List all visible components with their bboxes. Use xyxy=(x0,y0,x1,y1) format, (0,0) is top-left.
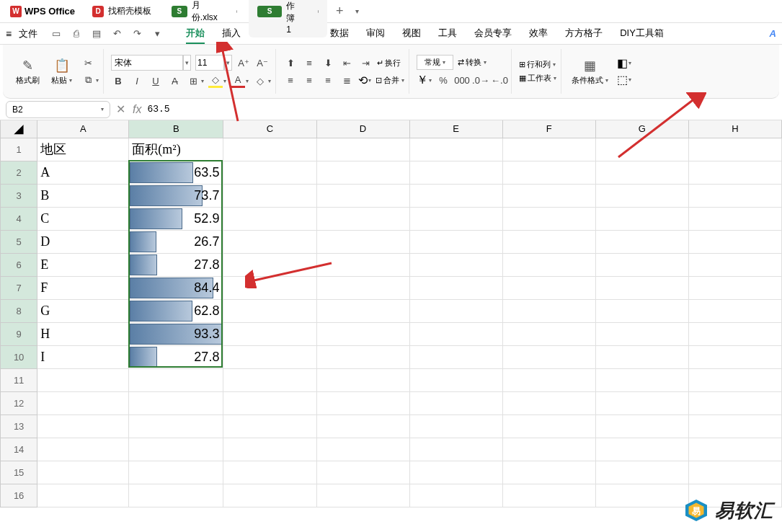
cell[interactable] xyxy=(316,161,409,184)
clear-format-button[interactable]: ◇▾ xyxy=(253,74,271,88)
cell[interactable] xyxy=(316,138,409,161)
cell-B2[interactable]: 63.5 xyxy=(129,161,223,184)
cell[interactable] xyxy=(129,414,223,438)
cell[interactable] xyxy=(688,299,781,322)
cell[interactable] xyxy=(223,391,316,414)
cell[interactable] xyxy=(409,414,502,438)
menu-tab-member[interactable]: 会员专享 xyxy=(474,24,512,44)
cell[interactable] xyxy=(595,161,688,184)
col-head-C[interactable]: C xyxy=(223,120,316,138)
menu-tab-start[interactable]: 开始 xyxy=(186,24,205,44)
cell[interactable] xyxy=(502,322,595,345)
cell[interactable] xyxy=(37,484,129,507)
align-left-icon[interactable]: ≡ xyxy=(283,73,298,87)
cell-B8[interactable]: 62.8 xyxy=(129,299,223,322)
preview-icon[interactable]: ▤ xyxy=(91,28,102,40)
row-head-10[interactable]: 10 xyxy=(1,345,37,368)
orientation-button[interactable]: ⟲▾ xyxy=(358,74,371,87)
cell[interactable] xyxy=(595,438,688,461)
print-icon[interactable]: ⎙ xyxy=(71,28,82,40)
cell[interactable] xyxy=(502,276,595,299)
cell[interactable] xyxy=(316,253,409,276)
select-all-corner[interactable]: ◢ xyxy=(1,120,37,138)
cell-B6[interactable]: 27.8 xyxy=(129,253,223,276)
cell[interactable] xyxy=(688,438,781,461)
worksheet-button[interactable]: ▦ 工作表▾ xyxy=(519,73,556,84)
cell[interactable] xyxy=(223,138,316,161)
italic-button[interactable]: I xyxy=(130,74,144,88)
bold-button[interactable]: B xyxy=(111,74,125,88)
cell[interactable] xyxy=(409,461,502,484)
align-center-icon[interactable]: ≡ xyxy=(302,73,316,87)
cell[interactable] xyxy=(409,253,502,276)
currency-button[interactable]: ￥▾ xyxy=(417,73,432,88)
cell[interactable] xyxy=(502,484,595,507)
cut-icon[interactable]: ✂ xyxy=(81,56,95,70)
row-head-4[interactable]: 4 xyxy=(1,207,37,230)
cell[interactable] xyxy=(316,207,409,230)
cell[interactable] xyxy=(688,368,781,391)
cell[interactable] xyxy=(316,276,409,299)
cell[interactable] xyxy=(129,461,223,484)
col-head-F[interactable]: F xyxy=(502,120,595,138)
undo-icon[interactable]: ↶ xyxy=(111,28,123,40)
cell[interactable] xyxy=(129,368,223,391)
cell[interactable] xyxy=(595,461,688,484)
strikethrough-button[interactable]: A̶ xyxy=(167,74,182,88)
crop-button[interactable]: ⬚▾ xyxy=(617,73,631,87)
tab-templates[interactable]: D 找稻壳模板 xyxy=(84,2,160,20)
cell[interactable] xyxy=(316,230,409,253)
cell[interactable] xyxy=(37,414,129,438)
cell[interactable] xyxy=(129,484,223,507)
cell[interactable] xyxy=(409,438,502,461)
cell[interactable] xyxy=(502,161,595,184)
cell-B5[interactable]: 26.7 xyxy=(129,230,223,253)
font-chevron[interactable]: ▾ xyxy=(183,55,191,71)
cell[interactable] xyxy=(316,299,409,322)
tab-workbook1[interactable]: S 工作簿1 xyxy=(249,0,327,37)
col-head-G[interactable]: G xyxy=(595,120,688,138)
cell[interactable] xyxy=(502,207,595,230)
cell[interactable] xyxy=(223,299,316,322)
row-head-14[interactable]: 14 xyxy=(1,438,37,461)
tab-month[interactable]: S 月份.xlsx xyxy=(163,0,246,27)
cell[interactable] xyxy=(409,368,502,391)
col-head-D[interactable]: D xyxy=(316,120,409,138)
menu-tab-fang[interactable]: 方方格子 xyxy=(565,24,603,44)
quick-dropdown[interactable]: ▾ xyxy=(151,28,163,40)
indent-inc-icon[interactable]: ⇥ xyxy=(358,56,373,70)
cell-A6[interactable]: E xyxy=(37,253,129,276)
cell[interactable] xyxy=(223,438,316,461)
menu-tab-insert[interactable]: 插入 xyxy=(222,24,241,44)
row-head-13[interactable]: 13 xyxy=(1,414,37,438)
cell[interactable] xyxy=(129,391,223,414)
row-head-7[interactable]: 7 xyxy=(1,276,37,299)
cell[interactable] xyxy=(595,322,688,345)
cell[interactable] xyxy=(37,368,129,391)
cell[interactable] xyxy=(223,253,316,276)
cancel-icon[interactable]: ✕ xyxy=(116,102,125,116)
cell[interactable] xyxy=(595,207,688,230)
cell[interactable] xyxy=(316,368,409,391)
cell[interactable] xyxy=(688,276,781,299)
justify-icon[interactable]: ≣ xyxy=(339,73,354,87)
row-head-8[interactable]: 8 xyxy=(1,299,37,322)
percent-icon[interactable]: % xyxy=(436,74,450,88)
cell[interactable] xyxy=(595,299,688,322)
cell[interactable] xyxy=(502,368,595,391)
menu-tab-review[interactable]: 审阅 xyxy=(366,24,385,44)
cell[interactable] xyxy=(688,461,781,484)
cell[interactable] xyxy=(688,391,781,414)
grid[interactable]: ◢ A B C D E F G H 1 地区 面积(m²) 2 A 63.5 3… xyxy=(0,120,782,507)
redo-icon[interactable]: ↷ xyxy=(131,28,143,40)
cell[interactable] xyxy=(688,138,781,161)
cell[interactable] xyxy=(223,161,316,184)
cell[interactable] xyxy=(502,414,595,438)
cell[interactable] xyxy=(595,184,688,207)
cell[interactable] xyxy=(502,391,595,414)
cell[interactable] xyxy=(409,322,502,345)
row-head-12[interactable]: 12 xyxy=(1,391,37,414)
fx-icon[interactable]: fx xyxy=(133,103,141,116)
menu-tab-diy[interactable]: DIY工具箱 xyxy=(620,24,664,44)
font-name-select[interactable] xyxy=(111,55,183,71)
